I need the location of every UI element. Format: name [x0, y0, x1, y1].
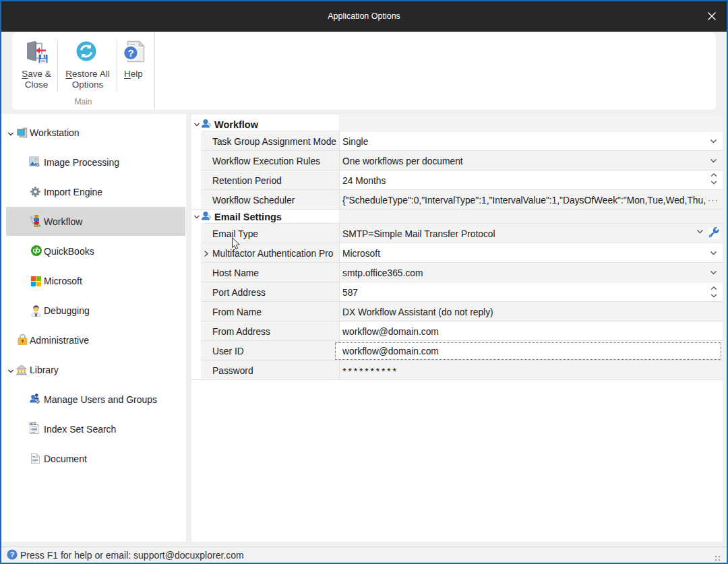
svg-text:?: ?: [10, 551, 15, 559]
svg-text:OCR: OCR: [30, 422, 37, 426]
svg-text:?: ?: [127, 47, 133, 59]
